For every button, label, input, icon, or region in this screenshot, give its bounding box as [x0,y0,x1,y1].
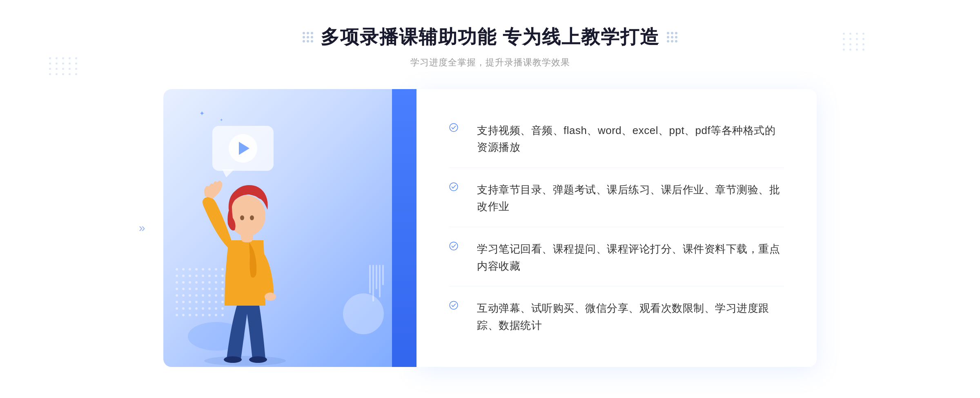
right-feature-panel: 支持视频、音频、flash、word、excel、ppt、pdf等各种格式的资源… [416,89,817,367]
page-title: 多项录播课辅助功能 专为线上教学打造 [321,25,660,50]
left-chevrons-decoration: » [139,221,145,235]
feature-text-1: 支持视频、音频、flash、word、excel、ppt、pdf等各种格式的资源… [477,122,784,156]
page-subtitle: 学习进度全掌握，提升录播课教学效果 [303,56,678,69]
right-top-decoration [843,33,866,51]
svg-point-2 [249,356,267,363]
feature-text-4: 互动弹幕、试听购买、微信分享、观看次数限制、学习进度跟踪、数据统计 [477,300,784,334]
check-icon-2 [449,182,465,198]
svg-point-0 [204,356,286,366]
person-illustration [184,134,306,367]
feature-item-1: 支持视频、音频、flash、word、excel、ppt、pdf等各种格式的资源… [449,111,784,168]
header-section: 多项录播课辅助功能 专为线上教学打造 学习进度全掌握，提升录播课教学效果 [303,25,678,69]
check-icon-3 [449,241,465,257]
svg-point-9 [450,183,458,191]
svg-point-6 [240,215,244,220]
page-container: 多项录播课辅助功能 专为线上教学打造 学习进度全掌握，提升录播课教学效果 » [0,0,980,398]
feature-text-2: 支持章节目录、弹题考试、课后练习、课后作业、章节测验、批改作业 [477,181,784,215]
svg-point-11 [450,301,458,309]
feature-item-2: 支持章节目录、弹题考试、课后练习、课后作业、章节测验、批改作业 [449,170,784,227]
star-icon-1: ✦ [199,110,205,117]
svg-point-8 [450,123,458,132]
svg-point-10 [450,242,458,250]
top-left-decoration [49,57,78,75]
feature-item-4: 互动弹幕、试听购买、微信分享、观看次数限制、学习进度跟踪、数据统计 [449,288,784,345]
main-content: » ✦ ✦ [163,89,817,367]
svg-point-3 [265,293,276,301]
svg-point-7 [250,215,254,220]
right-decorator [667,32,677,42]
star-icon-2: ✦ [220,118,223,122]
header-title-row: 多项录播课辅助功能 专为线上教学打造 [303,25,678,50]
feature-item-3: 学习笔记回看、课程提问、课程评论打分、课件资料下载，重点内容收藏 [449,229,784,286]
check-icon-4 [449,301,465,316]
decorative-circle-1 [343,293,384,334]
left-decorator [303,32,313,42]
chevron-right-icon: » [139,221,145,235]
svg-point-1 [224,356,242,363]
check-icon-1 [449,123,465,139]
feature-text-3: 学习笔记回看、课程提问、课程评论打分、课件资料下载，重点内容收藏 [477,241,784,275]
blue-vertical-bar [392,89,416,367]
left-illustration-panel: ✦ ✦ [163,89,416,367]
